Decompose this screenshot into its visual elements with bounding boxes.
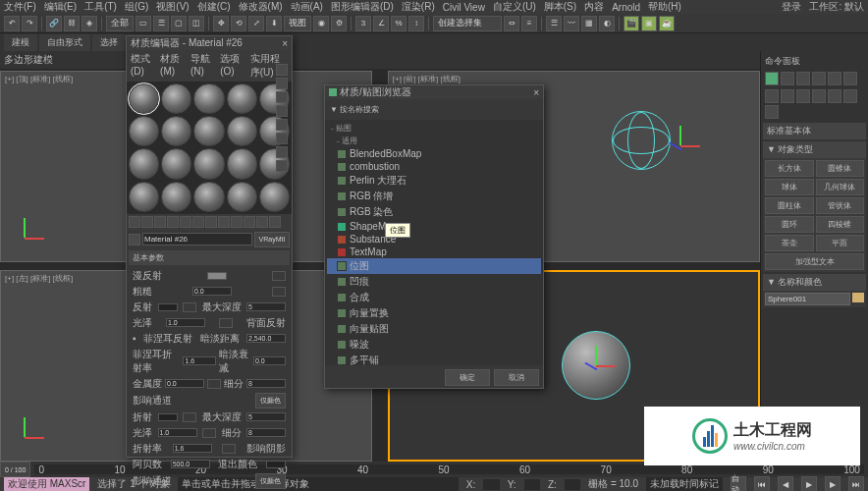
material-slot[interactable] (161, 116, 191, 146)
align-icon[interactable]: ≡ (521, 16, 537, 31)
play-prev-icon[interactable]: ◀ (778, 476, 793, 491)
ior-spinner[interactable]: 1.6 (173, 444, 212, 453)
cone-button[interactable]: 圆锥体 (816, 160, 865, 177)
ok-button[interactable]: 确定 (445, 369, 490, 386)
display-tab-icon[interactable] (828, 72, 841, 85)
maxdepth-spinner[interactable]: 5 (246, 302, 286, 311)
tube-button[interactable]: 管状体 (816, 197, 865, 214)
refract-glossy-map[interactable] (202, 428, 216, 438)
object-color-swatch[interactable] (852, 293, 864, 302)
menu-edit[interactable]: 编辑(E) (44, 0, 77, 14)
copy-icon[interactable] (180, 216, 191, 228)
material-slot[interactable] (193, 83, 224, 114)
tab-selection[interactable]: 选择 (92, 34, 126, 51)
reset-icon[interactable] (167, 216, 179, 228)
helpers-icon[interactable] (828, 89, 841, 103)
percent-snap-icon[interactable]: % (391, 16, 407, 31)
cylinder-button[interactable]: 圆柱体 (765, 197, 814, 214)
roughness-spinner[interactable]: 0.0 (192, 287, 232, 296)
schematic-icon[interactable]: ▦ (581, 16, 597, 31)
go-forward-icon[interactable] (269, 216, 281, 228)
hierarchy-tab-icon[interactable] (796, 72, 810, 85)
mat-menu-material[interactable]: 材质(M) (160, 52, 185, 80)
material-slot[interactable] (193, 116, 224, 146)
name-color-header[interactable]: ▼ 名称和颜色 (763, 274, 866, 291)
layer-icon[interactable]: ☰ (546, 16, 562, 31)
select-icon[interactable]: ▭ (136, 16, 151, 31)
sample-type-icon[interactable] (276, 64, 288, 76)
tab-modeling[interactable]: 建模 (4, 34, 37, 51)
teapot-button[interactable]: 茶壶 (765, 235, 814, 251)
browser-tree[interactable]: - 贴图 - 通用 BlendedBoxMap combustion Perli… (325, 120, 543, 365)
roughness-map[interactable] (272, 287, 286, 297)
geometry-icon[interactable] (765, 89, 779, 103)
mat-menu-mode[interactable]: 模式(D) (131, 52, 154, 80)
place-icon[interactable]: ⬇ (266, 16, 282, 31)
cameras-icon[interactable] (812, 89, 826, 103)
material-slot[interactable] (129, 182, 159, 212)
dim-spinner[interactable]: 2,540.0 (246, 334, 286, 343)
refract-map[interactable] (183, 412, 196, 422)
angle-snap-icon[interactable]: ∠ (373, 16, 389, 31)
map-item[interactable]: RGB 染色 (327, 204, 541, 220)
select-by-mat-icon[interactable] (276, 160, 288, 172)
uv-tile-icon[interactable] (276, 105, 288, 117)
menu-render[interactable]: 渲染(R) (402, 0, 435, 14)
glossy-map[interactable] (219, 318, 233, 328)
browser-close-icon[interactable]: × (533, 87, 539, 98)
motion-tab-icon[interactable] (812, 72, 826, 85)
close-icon[interactable]: × (282, 38, 288, 49)
background-icon[interactable] (276, 91, 288, 103)
select-rect-icon[interactable]: ▢ (171, 16, 187, 31)
textplus-button[interactable]: 加强型文本 (765, 253, 864, 270)
dimfall-spinner[interactable]: 0.0 (253, 356, 286, 365)
material-slot[interactable] (193, 148, 224, 179)
fresnelior-spinner[interactable]: 1.6 (183, 356, 215, 365)
material-slot[interactable] (129, 116, 159, 146)
select-name-icon[interactable]: ☰ (153, 16, 169, 31)
map-item[interactable]: 凹痕 (327, 274, 541, 290)
link-icon[interactable]: 🔗 (46, 16, 62, 31)
reflect-map[interactable] (183, 302, 196, 312)
utilities-tab-icon[interactable] (843, 72, 857, 85)
material-editor-icon[interactable]: ◐ (599, 16, 615, 31)
get-material-icon[interactable] (129, 216, 140, 228)
menu-content[interactable]: 内容 (584, 0, 604, 14)
browser-search-header[interactable]: ▼ 按名称搜索 (328, 102, 540, 117)
put-to-lib-icon[interactable] (205, 216, 217, 228)
systems-icon[interactable] (765, 105, 779, 119)
map-item[interactable]: TextMap (327, 246, 541, 258)
material-slot[interactable] (161, 182, 191, 212)
material-slot[interactable] (227, 116, 257, 146)
plane-button[interactable]: 平面 (816, 235, 865, 251)
exit-swatch[interactable] (266, 461, 286, 468)
object-name-input[interactable] (765, 293, 850, 305)
show-map-icon[interactable] (231, 216, 243, 228)
undo-icon[interactable]: ↶ (4, 16, 20, 31)
reflect-swatch[interactable] (158, 303, 178, 311)
material-slot[interactable] (259, 182, 290, 212)
scale-icon[interactable]: ⤢ (248, 16, 264, 31)
affect-dropdown[interactable]: 仅颜色 (255, 393, 286, 409)
make-unique-icon[interactable] (192, 216, 204, 228)
menu-animation[interactable]: 动画(A) (291, 0, 323, 14)
move-icon[interactable]: ✥ (213, 16, 229, 31)
menu-arnold[interactable]: Arnold (612, 2, 640, 13)
video-check-icon[interactable] (276, 119, 288, 131)
object-type-header[interactable]: ▼ 对象类型 (763, 141, 866, 158)
render-icon[interactable]: ☕ (659, 16, 675, 31)
play-icon[interactable]: ▶ (801, 476, 817, 491)
glossy-spinner[interactable]: 1.0 (166, 318, 205, 327)
tab-freeform[interactable]: 自由形式 (39, 34, 90, 51)
material-slot[interactable] (227, 83, 257, 114)
create-tab-icon[interactable] (765, 72, 779, 85)
show-end-icon[interactable] (244, 216, 255, 228)
mat-menu-opts[interactable]: 选项(O) (220, 52, 244, 80)
material-name-input[interactable] (142, 233, 252, 246)
material-slot[interactable] (193, 182, 224, 212)
material-slot[interactable] (161, 83, 191, 114)
diffuse-map[interactable] (272, 271, 286, 281)
metalness-map[interactable] (207, 379, 221, 389)
preview-icon[interactable] (276, 133, 288, 144)
menu-create[interactable]: 创建(C) (197, 0, 231, 14)
